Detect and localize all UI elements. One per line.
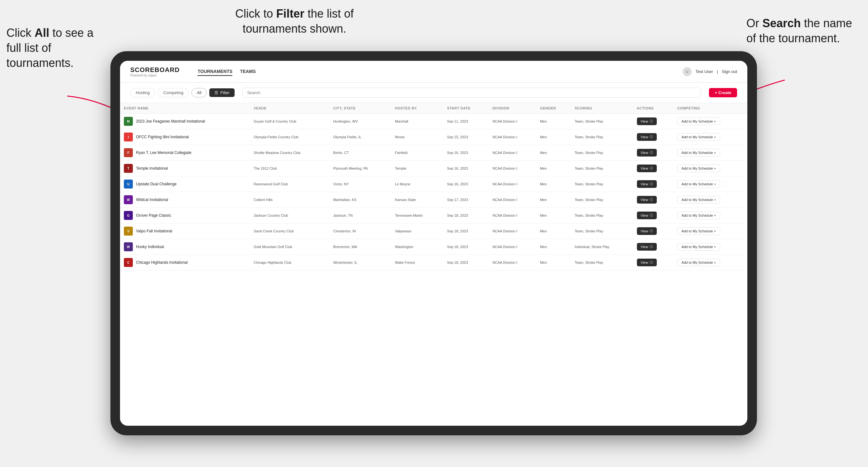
scoring: Team, Stroke Play [575,151,603,155]
view-button[interactable]: View ⓘ [637,133,657,141]
event-name: Ryan T. Lee Memorial Collegiate [136,150,191,155]
division: NCAA Division I [493,229,518,233]
hosted-by: Washington [395,245,413,249]
add-to-schedule-button[interactable]: Add to My Schedule + [677,196,720,204]
city-state: Jackson, TN [333,214,353,217]
start-date: Sep 16, 2023 [447,151,468,155]
nav-tournaments[interactable]: TOURNAMENTS [197,67,232,76]
division: NCAA Division I [493,119,518,123]
add-to-schedule-button[interactable]: Add to My Schedule + [677,118,720,125]
table-row: T Temple Invitational The 1912 Club Plym… [120,161,747,176]
division: NCAA Division I [493,245,518,249]
scoring: Team, Stroke Play [575,260,603,264]
gender: Men [540,135,547,139]
table-header-row: EVENT NAME VENUE CITY, STATE HOSTED BY S… [120,103,747,114]
col-division: DIVISION [489,103,536,114]
view-button[interactable]: View ⓘ [637,259,657,266]
venue: Sand Creek Country Club [253,229,293,233]
view-button[interactable]: View ⓘ [637,149,657,157]
venue: Jackson Country Club [253,214,288,217]
gender: Men [540,119,547,123]
col-competing: COMPETING [673,103,747,114]
col-city-state: CITY, STATE [329,103,391,114]
city-state: Bremerton, WA [333,245,357,249]
col-scoring: SCORING [571,103,633,114]
tablet-screen: SCOREBOARD Powered by clippd TOURNAMENTS… [120,61,747,426]
add-to-schedule-button[interactable]: Add to My Schedule + [677,164,720,172]
create-button[interactable]: + Create [709,88,737,97]
add-to-schedule-button[interactable]: Add to My Schedule + [677,259,720,266]
tab-all[interactable]: All [191,88,207,97]
team-logo: V [124,227,133,236]
toolbar: Hosting Competing All ☰ Filter + Create [120,83,747,103]
tab-hosting[interactable]: Hosting [130,88,155,97]
view-button[interactable]: View ⓘ [637,212,657,219]
view-button[interactable]: View ⓘ [637,180,657,188]
user-name: Test User [695,69,713,74]
gender: Men [540,198,547,201]
event-name: Temple Invitational [136,166,168,170]
team-logo: U [124,180,133,189]
view-button[interactable]: View ⓘ [637,164,657,172]
start-date: Sep 16, 2023 [447,182,468,186]
team-logo: T [124,164,133,173]
view-button[interactable]: View ⓘ [637,118,657,125]
event-name: Upstate Dual Challenge [136,182,177,186]
scoring: Team, Stroke Play [575,214,603,217]
division: NCAA Division I [493,182,518,186]
app-header: SCOREBOARD Powered by clippd TOURNAMENTS… [120,61,747,83]
event-name: Husky Individual [136,245,164,249]
search-input[interactable] [242,88,701,98]
tournament-table: EVENT NAME VENUE CITY, STATE HOSTED BY S… [120,103,747,271]
scoring: Team, Stroke Play [575,119,603,123]
hosted-by: Illinois [395,135,405,139]
add-to-schedule-button[interactable]: Add to My Schedule + [677,180,720,188]
view-button[interactable]: View ⓘ [637,196,657,204]
tablet-frame: SCOREBOARD Powered by clippd TOURNAMENTS… [111,51,757,435]
header-separator: | [717,69,718,74]
table-row: F Ryan T. Lee Memorial Collegiate Shuttl… [120,145,747,161]
add-to-schedule-button[interactable]: Add to My Schedule + [677,243,720,251]
view-icon: ⓘ [650,245,653,249]
filter-button[interactable]: ☰ Filter [209,88,235,97]
main-nav: TOURNAMENTS TEAMS [197,67,256,76]
division: NCAA Division I [493,260,518,264]
add-to-schedule-button[interactable]: Add to My Schedule + [677,227,720,235]
team-logo: F [124,148,133,157]
team-logo: C [124,258,133,267]
nav-teams[interactable]: TEAMS [240,67,256,76]
venue: Gold Mountain Golf Club [253,245,292,249]
gender: Men [540,151,547,155]
hosted-by: Kansas State [395,198,416,201]
venue: Guyan Golf & Country Club [253,119,296,123]
table-row: G Grover Page Classic Jackson Country Cl… [120,208,747,223]
add-to-schedule-button[interactable]: Add to My Schedule + [677,212,720,219]
city-state: Westchester, IL [333,260,358,264]
col-hosted-by: HOSTED BY [391,103,443,114]
view-icon: ⓘ [650,213,653,218]
scoring: Team, Stroke Play [575,229,603,233]
filter-icon: ☰ [214,90,218,95]
view-icon: ⓘ [650,119,653,124]
start-date: Sep 15, 2023 [447,135,468,139]
view-icon: ⓘ [650,135,653,139]
division: NCAA Division I [493,151,518,155]
view-button[interactable]: View ⓘ [637,227,657,235]
team-logo: I [124,132,133,142]
sign-out-link[interactable]: Sign out [722,69,737,74]
col-venue: VENUE [250,103,329,114]
view-button[interactable]: View ⓘ [637,243,657,251]
start-date: Sep 18, 2023 [447,214,468,217]
view-icon: ⓘ [650,197,653,202]
col-event-name: EVENT NAME [120,103,250,114]
event-name: Valpo Fall Invitational [136,229,172,234]
col-actions: ACTIONS [633,103,674,114]
event-name: 2023 Joe Feaganes Marshall Invitational [136,119,205,124]
logo-area: SCOREBOARD Powered by clippd [130,66,180,77]
logo-text: SCOREBOARD [130,66,180,73]
add-to-schedule-button[interactable]: Add to My Schedule + [677,133,720,141]
tab-competing[interactable]: Competing [158,88,189,97]
venue: Shuttle Meadow Country Club [253,151,300,155]
add-to-schedule-button[interactable]: Add to My Schedule + [677,149,720,157]
team-logo: W [124,195,133,204]
